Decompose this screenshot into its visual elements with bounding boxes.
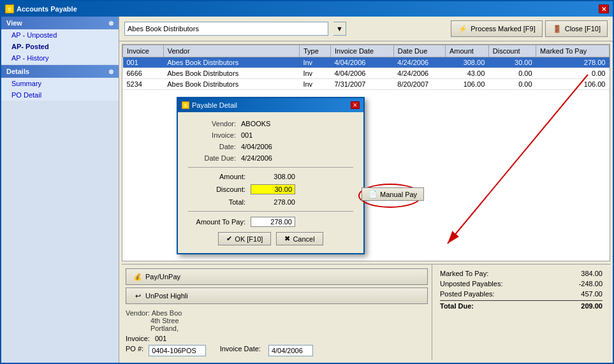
modal-discount-label: Discount: bbox=[188, 186, 245, 193]
modal-titlebar: $ Payable Detail ✕ bbox=[178, 98, 363, 112]
modal-body: Vendor: ABOOKS Invoice: 001 Date: 4/04/2… bbox=[178, 112, 363, 253]
modal-separator-2 bbox=[188, 211, 353, 212]
ok-checkmark-icon: ✔ bbox=[226, 235, 232, 243]
modal-date-due-value: 4/24/2006 bbox=[241, 154, 272, 162]
modal-vendor-label: Vendor: bbox=[188, 120, 236, 127]
modal-discount-field: Discount: 30.00 bbox=[188, 184, 353, 194]
modal-amount-to-pay-label: Amount To Pay: bbox=[188, 218, 245, 226]
svg-line-0 bbox=[448, 75, 588, 244]
modal-vendor-field: Vendor: ABOOKS bbox=[188, 120, 353, 127]
modal-amount-field: Amount: 308.00 bbox=[188, 173, 353, 180]
modal-cancel-button[interactable]: ✖ Cancel bbox=[276, 232, 323, 245]
manual-pay-doc-icon: 📄 bbox=[369, 190, 377, 198]
modal-amount-value: 308.00 bbox=[251, 173, 295, 180]
modal-date-label: Date: bbox=[188, 143, 236, 150]
main-window: $ Accounts Payable ✕ View ⊗ AP - Unposte… bbox=[0, 0, 614, 364]
modal-date-due-field: Date Due: 4/24/2006 bbox=[188, 154, 353, 162]
cancel-x-icon: ✖ bbox=[284, 235, 290, 243]
modal-title-left: $ Payable Detail bbox=[182, 101, 237, 109]
modal-date-value: 4/04/2006 bbox=[241, 143, 272, 150]
modal-icon: $ bbox=[182, 101, 189, 109]
modal-title: Payable Detail bbox=[192, 101, 237, 109]
modal-close-button[interactable]: ✕ bbox=[351, 101, 360, 109]
modal-buttons: ✔ OK [F10] ✖ Cancel bbox=[188, 232, 353, 245]
manual-pay-button[interactable]: 📄 Manual Pay bbox=[362, 187, 424, 201]
modal-invoice-value: 001 bbox=[241, 131, 252, 139]
modal-separator-1 bbox=[188, 167, 353, 168]
modal-overlay: $ Payable Detail ✕ Vendor: ABOOKS Invoic… bbox=[1, 1, 613, 363]
modal-total-value: 278.00 bbox=[251, 198, 295, 206]
modal-amount-label: Amount: bbox=[188, 173, 245, 180]
modal-invoice-field: Invoice: 001 bbox=[188, 131, 353, 139]
modal-date-due-label: Date Due: bbox=[188, 154, 236, 162]
modal-total-field: Total: 278.00 bbox=[188, 198, 353, 206]
manual-pay-label: Manual Pay bbox=[380, 191, 417, 198]
modal-invoice-label: Invoice: bbox=[188, 131, 236, 139]
payable-detail-dialog: $ Payable Detail ✕ Vendor: ABOOKS Invoic… bbox=[177, 97, 365, 254]
modal-amount-to-pay-field: Amount To Pay: bbox=[188, 217, 353, 227]
amount-to-pay-input[interactable] bbox=[251, 217, 295, 227]
modal-ok-button[interactable]: ✔ OK [F10] bbox=[218, 232, 271, 245]
modal-vendor-value: ABOOKS bbox=[241, 120, 270, 127]
modal-date-field: Date: 4/04/2006 bbox=[188, 143, 353, 150]
ok-btn-label: OK [F10] bbox=[235, 235, 263, 243]
cancel-btn-label: Cancel bbox=[293, 235, 314, 243]
modal-discount-input[interactable]: 30.00 bbox=[251, 184, 295, 194]
modal-total-label: Total: bbox=[188, 198, 245, 206]
